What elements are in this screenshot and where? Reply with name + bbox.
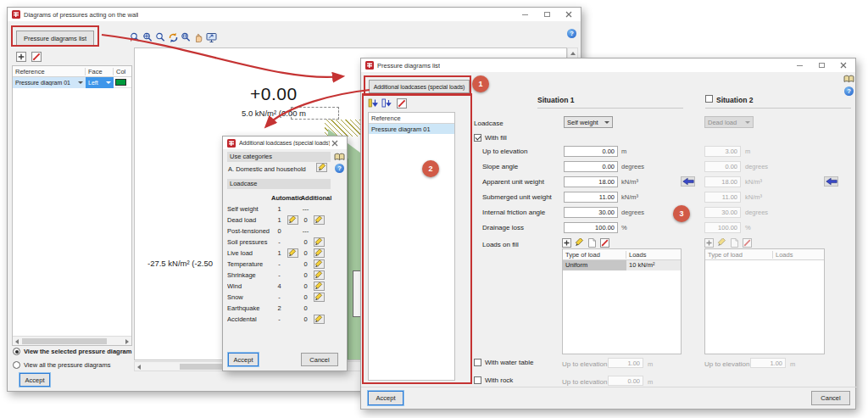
accept-button[interactable]: Accept bbox=[228, 353, 259, 366]
redraw-icon[interactable] bbox=[168, 32, 179, 43]
edit-additional-icon[interactable] bbox=[314, 270, 325, 280]
delete-load-icon[interactable] bbox=[743, 238, 752, 248]
edit-load-icon[interactable] bbox=[575, 238, 584, 248]
edit-additional-icon[interactable] bbox=[314, 237, 325, 247]
edit-automatic-icon[interactable] bbox=[287, 248, 298, 258]
situation2-field-input[interactable] bbox=[704, 176, 741, 187]
reference-combo[interactable]: Pressure diagram 01 bbox=[13, 77, 86, 88]
transfer-left-icon[interactable] bbox=[824, 176, 838, 187]
minimize-icon[interactable] bbox=[520, 10, 530, 19]
accept-button[interactable]: Accept bbox=[368, 391, 403, 405]
field-row: kN/m³ bbox=[704, 176, 815, 187]
edit-additional-icon[interactable] bbox=[314, 315, 325, 324]
zoom-window-icon[interactable] bbox=[155, 32, 166, 43]
field-label: Submerged unit weight bbox=[474, 193, 564, 201]
situation2-field-input[interactable] bbox=[704, 222, 741, 233]
pressure-diagram-list-item[interactable]: Pressure diagram 01 bbox=[369, 124, 454, 134]
situation2-checkbox[interactable] bbox=[705, 95, 713, 103]
add-load-icon[interactable] bbox=[704, 238, 714, 248]
situation1-field-input[interactable] bbox=[564, 161, 618, 172]
zoom-undo-icon[interactable] bbox=[130, 32, 141, 43]
additional-count: 0 bbox=[299, 249, 312, 257]
edit-additional-icon[interactable] bbox=[314, 259, 325, 269]
pan-icon[interactable] bbox=[193, 32, 204, 43]
close-icon[interactable] bbox=[330, 139, 340, 148]
minimize-icon[interactable] bbox=[794, 61, 804, 70]
with-rock-checkbox[interactable] bbox=[474, 376, 481, 384]
add-load-icon[interactable] bbox=[562, 238, 571, 248]
guide-book-icon[interactable] bbox=[843, 75, 854, 83]
edit-additional-icon[interactable] bbox=[314, 293, 325, 302]
edit-category-button[interactable] bbox=[316, 163, 327, 172]
edit-additional-icon[interactable] bbox=[314, 248, 325, 258]
additional-count: 0 bbox=[299, 238, 312, 246]
with-water-table-checkbox[interactable] bbox=[474, 359, 481, 366]
situation1-field-input[interactable] bbox=[564, 207, 618, 218]
radio-view-selected-diagram[interactable] bbox=[13, 348, 20, 355]
water-up-to-elevation-label: Up to elevation bbox=[704, 360, 749, 368]
help-icon[interactable]: ? bbox=[844, 86, 854, 96]
column-header-type-of-load: Type of load bbox=[563, 251, 626, 259]
transfer-left-icon[interactable] bbox=[681, 176, 695, 187]
help-icon[interactable]: ? bbox=[567, 29, 576, 38]
guide-book-icon[interactable] bbox=[334, 153, 345, 161]
edit-automatic-icon[interactable] bbox=[287, 215, 298, 225]
color-cell[interactable] bbox=[114, 77, 131, 87]
chevron-down-icon bbox=[106, 81, 111, 84]
delete-diagram-icon[interactable] bbox=[31, 52, 42, 62]
situation1-header: Situation 1 bbox=[537, 96, 574, 104]
zoom-previous-icon[interactable] bbox=[181, 32, 192, 43]
maximize-icon[interactable] bbox=[542, 10, 552, 19]
insert-diagram-icon[interactable] bbox=[381, 98, 392, 109]
situation1-loadcase-combo[interactable]: Self weight bbox=[564, 116, 613, 128]
situation1-field-input[interactable] bbox=[564, 192, 618, 203]
close-icon[interactable] bbox=[838, 61, 849, 70]
situation2-field-input[interactable] bbox=[704, 207, 741, 218]
chevron-down-icon bbox=[78, 81, 83, 84]
water-up-to-elevation-label: Up to elevation bbox=[562, 360, 607, 368]
load-row[interactable]: Uniform 10 kN/m² bbox=[563, 260, 681, 270]
loadcase-row: Temperature - 0 bbox=[227, 259, 332, 270]
edit-load-icon[interactable] bbox=[717, 238, 726, 248]
delete-load-icon[interactable] bbox=[600, 238, 609, 248]
edit-additional-icon[interactable] bbox=[314, 281, 325, 291]
zoom-extents-icon[interactable] bbox=[142, 32, 153, 43]
help-icon[interactable]: ? bbox=[335, 164, 344, 173]
additional-loadcases-button[interactable]: Additional loadcases (special loads) bbox=[369, 80, 470, 93]
water-elevation-input[interactable] bbox=[608, 358, 643, 368]
cancel-button[interactable]: Cancel bbox=[301, 353, 338, 366]
loadcase-name: Earthquake bbox=[227, 304, 273, 312]
close-icon[interactable] bbox=[564, 10, 574, 19]
field-row: m bbox=[704, 146, 815, 157]
radio-view-all-diagrams[interactable] bbox=[13, 361, 20, 369]
maximize-icon[interactable] bbox=[816, 61, 826, 70]
situation1-field-input[interactable] bbox=[564, 222, 618, 233]
table-hscrollbar[interactable] bbox=[13, 336, 131, 345]
column-header-loads: Loads bbox=[626, 251, 681, 259]
accept-button[interactable]: Accept bbox=[19, 373, 50, 387]
situation2-loadcase-combo[interactable]: Dead load bbox=[704, 116, 754, 128]
rock-elevation-input[interactable] bbox=[608, 376, 643, 386]
cancel-button[interactable]: Cancel bbox=[811, 391, 850, 405]
full-screen-icon[interactable] bbox=[206, 32, 217, 43]
loadcase-row: Wind 4 0 bbox=[227, 281, 332, 292]
situation2-field-input[interactable] bbox=[704, 161, 741, 172]
copy-load-icon[interactable] bbox=[587, 238, 597, 248]
situation2-water-elevation-input[interactable] bbox=[750, 358, 786, 368]
rock-up-to-elevation-label: Up to elevation bbox=[562, 378, 607, 386]
situation1-field-input[interactable] bbox=[564, 176, 618, 187]
situation2-field-input[interactable] bbox=[704, 192, 741, 203]
copy-load-icon[interactable] bbox=[730, 238, 739, 248]
pressure-diagrams-list-button[interactable]: Pressure diagrams list bbox=[16, 31, 94, 46]
field-unit: degrees bbox=[745, 209, 768, 216]
column-header-color: Col bbox=[114, 68, 131, 75]
edit-additional-icon[interactable] bbox=[314, 215, 325, 225]
situation2-field-input[interactable] bbox=[704, 146, 741, 157]
delete-diagram-icon[interactable] bbox=[397, 98, 407, 109]
face-combo[interactable]: Left bbox=[86, 77, 114, 88]
add-diagram-icon[interactable] bbox=[368, 98, 378, 109]
situation1-field-input[interactable] bbox=[564, 146, 618, 157]
with-fill-checkbox[interactable] bbox=[474, 134, 481, 142]
add-diagram-icon[interactable] bbox=[16, 52, 26, 62]
load-value-cell: 10 kN/m² bbox=[626, 260, 681, 270]
